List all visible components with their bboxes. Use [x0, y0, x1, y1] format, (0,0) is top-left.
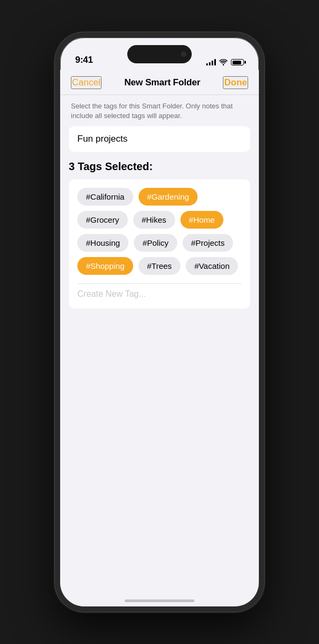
create-tag-input[interactable]: Create New Tag... — [77, 283, 242, 300]
tag-chip-california[interactable]: #California — [77, 188, 133, 206]
tags-container: #California#Gardening#Grocery#Hikes#Home… — [69, 179, 250, 309]
phone-frame: 9:41 Cancel New Smart Folder Done Select… — [55, 32, 264, 612]
tag-chip-housing[interactable]: #Housing — [77, 234, 128, 252]
done-button[interactable]: Done — [223, 76, 248, 89]
folder-name-field[interactable]: Fun projects — [69, 126, 250, 152]
page-title: New Smart Folder — [125, 77, 200, 88]
tag-chip-projects[interactable]: #Projects — [183, 234, 234, 252]
folder-name-value: Fun projects — [77, 134, 128, 144]
status-time: 9:41 — [75, 55, 93, 65]
tag-chip-policy[interactable]: #Policy — [134, 234, 177, 252]
cancel-button[interactable]: Cancel — [71, 76, 102, 89]
wifi-icon — [219, 59, 228, 65]
nav-bar: Cancel New Smart Folder Done — [60, 70, 259, 95]
tag-chip-gardening[interactable]: #Gardening — [139, 188, 198, 206]
signal-icon — [206, 59, 216, 65]
status-icons — [206, 59, 244, 65]
tag-chip-trees[interactable]: #Trees — [139, 257, 180, 275]
home-indicator — [125, 599, 194, 602]
tags-grid: #California#Gardening#Grocery#Hikes#Home… — [77, 188, 242, 275]
screen: Cancel New Smart Folder Done Select the … — [60, 70, 259, 606]
description-text: Select the tags for this Smart Folder. O… — [60, 95, 259, 126]
tag-chip-shopping[interactable]: #Shopping — [77, 257, 133, 275]
tag-chip-hikes[interactable]: #Hikes — [133, 211, 175, 229]
create-tag-placeholder: Create New Tag... — [77, 289, 146, 298]
battery-icon — [231, 59, 244, 65]
tag-chip-grocery[interactable]: #Grocery — [77, 211, 128, 229]
tags-header: 3 Tags Selected: — [69, 160, 250, 173]
tag-chip-home[interactable]: #Home — [180, 211, 223, 229]
tags-section: 3 Tags Selected: #California#Gardening#G… — [60, 160, 259, 309]
dynamic-island — [127, 45, 192, 63]
tag-chip-vacation[interactable]: #Vacation — [186, 257, 238, 275]
camera-dot — [181, 52, 186, 57]
